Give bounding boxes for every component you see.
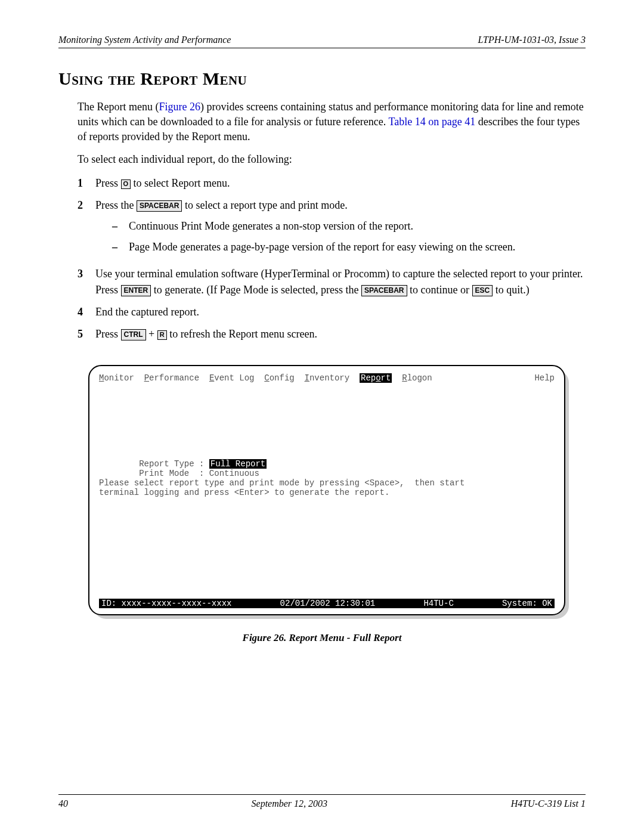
keycap-r: R	[157, 330, 167, 339]
step-text: End the captured report.	[95, 304, 586, 320]
step-text: to continue or	[407, 284, 472, 296]
menu-help: Help	[534, 373, 555, 383]
menu-inventory: Inventory	[305, 373, 350, 383]
footer-doc-id: H4TU-C-319 List 1	[511, 798, 586, 809]
step-text: Press the	[95, 199, 137, 211]
step-text: to generate. (If Page Mode is selected, …	[151, 284, 361, 296]
steps-list: 1 Press O to select Report menu. 2 Press…	[78, 175, 586, 342]
footer-date: September 12, 2003	[252, 798, 328, 809]
keycap-spacebar: SPACEBAR	[361, 285, 407, 296]
menu-eventlog: Event Log	[209, 373, 255, 383]
terminal-figure: Monitor Performance Event Log Config Inv…	[88, 365, 565, 615]
menu-performance: Performance	[144, 373, 199, 383]
menu-config: Config	[264, 373, 294, 383]
status-sys: System: OK	[502, 599, 552, 608]
terminal-screen: Monitor Performance Event Log Config Inv…	[88, 365, 565, 615]
status-id: ID: xxxx--xxxx--xxxx--xxxx	[101, 599, 231, 608]
running-footer: 40 September 12, 2003 H4TU-C-319 List 1	[58, 798, 586, 809]
keycap-o: O	[121, 179, 131, 188]
terminal-menubar: Monitor Performance Event Log Config Inv…	[99, 373, 555, 383]
keycap-spacebar: SPACEBAR	[137, 200, 182, 211]
step-1: 1 Press O to select Report menu.	[78, 175, 586, 191]
figure-link[interactable]: Figure 26	[159, 101, 200, 113]
terminal-hint-2: terminal logging and press <Enter> to ge…	[99, 488, 555, 497]
menu-report-selected: Report	[360, 373, 392, 383]
header-left: Monitoring System Activity and Performan…	[58, 35, 231, 45]
terminal-statusbar: ID: xxxx--xxxx--xxxx--xxxx 02/01/2002 12…	[99, 599, 555, 608]
intro-paragraph-1: The Report menu (Figure 26) provides scr…	[78, 100, 586, 144]
footer-page: 40	[58, 798, 68, 809]
table-link[interactable]: Table 14 on page 41	[388, 116, 475, 128]
menu-monitor: Monitor	[99, 373, 134, 383]
step-text: Press	[95, 328, 121, 340]
step-number: 3	[78, 266, 95, 298]
step-number: 5	[78, 326, 95, 342]
keycap-esc: ESC	[472, 285, 493, 296]
step-number: 4	[78, 304, 95, 320]
step-4: 4 End the captured report.	[78, 304, 586, 320]
print-mode-value: Continuous	[209, 469, 259, 478]
step-5: 5 Press CTRL + R to refresh the Report m…	[78, 326, 586, 342]
status-unit: H4TU-C	[423, 599, 453, 608]
header-right: LTPH-UM-1031-03, Issue 3	[478, 35, 586, 45]
step-text: Press	[95, 177, 121, 189]
keycap-enter: ENTER	[121, 285, 151, 296]
status-date: 02/01/2002 12:30:01	[280, 599, 376, 608]
keycap-ctrl: CTRL	[121, 329, 146, 340]
step-text: to select a report type and print mode.	[182, 199, 347, 211]
step-text: to quit.)	[493, 284, 530, 296]
terminal-body: Report Type : Full Report Print Mode : C…	[99, 459, 555, 497]
step-3: 3 Use your terminal emulation software (…	[78, 266, 586, 298]
intro-paragraph-2: To select each individual report, do the…	[78, 152, 586, 167]
terminal-hint-1: Please select report type and print mode…	[99, 478, 555, 488]
report-type-label: Report Type :	[139, 459, 209, 469]
intro-text: The Report menu (	[78, 101, 159, 113]
step-text: +	[146, 328, 157, 340]
page-title: Using the Report Menu	[58, 69, 586, 89]
report-type-value: Full Report	[209, 459, 267, 469]
step-number: 1	[78, 175, 95, 191]
print-mode-label: Print Mode :	[139, 469, 209, 478]
running-header: Monitoring System Activity and Performan…	[58, 35, 586, 48]
footer-rule	[58, 794, 586, 795]
step-2-sub-2: Page Mode generates a page-by-page versi…	[112, 239, 586, 255]
step-2-sublist: Continuous Print Mode generates a non-st…	[112, 218, 586, 255]
step-text: to refresh the Report menu screen.	[167, 328, 317, 340]
step-2-sub-1: Continuous Print Mode generates a non-st…	[112, 218, 586, 234]
menu-rlogon: Rlogon	[402, 373, 432, 383]
step-2: 2 Press the SPACEBAR to select a report …	[78, 197, 586, 260]
step-text: to select Report menu.	[131, 177, 230, 189]
figure-caption: Figure 26. Report Menu - Full Report	[58, 632, 586, 644]
step-number: 2	[78, 197, 95, 260]
